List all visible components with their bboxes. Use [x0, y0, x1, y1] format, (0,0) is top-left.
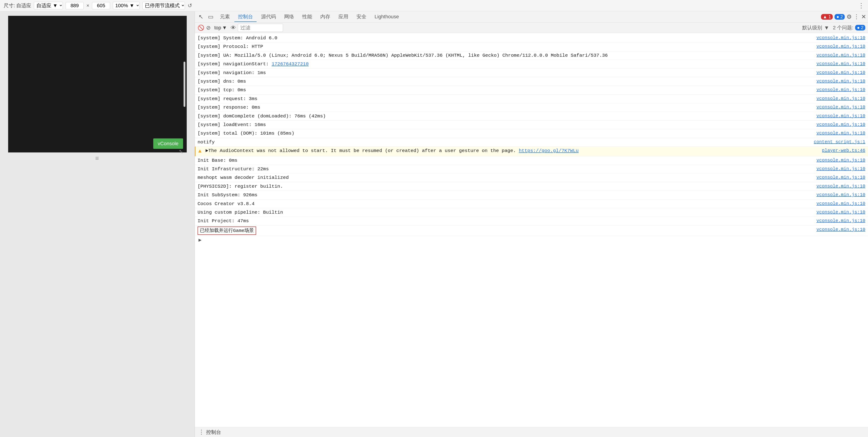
- console-message-text: ►The AudioContext was not allowed to sta…: [206, 147, 820, 154]
- bottom-bar-label: 控制台: [206, 429, 221, 436]
- resize-handle[interactable]: ⤡: [179, 148, 183, 155]
- devtools-bottom-bar: ⋮ 控制台: [195, 427, 868, 437]
- console-message-text: Init Project: 47ms: [197, 218, 815, 224]
- top-dropdown[interactable]: top ▼: [213, 24, 229, 32]
- console-source-link[interactable]: vconsole.min.js:10: [816, 192, 865, 198]
- console-source-link[interactable]: vconsole.min.js:10: [816, 122, 865, 128]
- issue-count-label: 2 个问题:: [833, 24, 853, 31]
- console-row: [system] UA: Mozilla/5.0 (Linux; Android…: [195, 51, 868, 60]
- console-message-text: Init SubSystem: 926ms: [197, 192, 815, 198]
- console-source-link[interactable]: player-web.ts:46: [822, 147, 865, 154]
- console-message-text: [system] response: 0ms: [197, 104, 815, 111]
- console-row-tagged: 已经加载并运行Game场景 vconsole.min.js:10: [195, 226, 868, 236]
- warning-badge: ● 2: [835, 14, 845, 20]
- nav-start-link[interactable]: 1726764327210: [272, 61, 309, 67]
- filter-input[interactable]: [238, 24, 283, 32]
- dimension-separator: ×: [86, 3, 89, 8]
- console-message-text: 已经加载并运行Game场景: [197, 227, 815, 235]
- tab-security[interactable]: 安全: [353, 12, 370, 22]
- console-row: notify content_script.js:1: [195, 138, 868, 146]
- console-message-text: [system] domComplete (domLoaded): 76ms (…: [197, 113, 815, 120]
- console-row: meshopt wasm decoder initialized vconsol…: [195, 173, 868, 182]
- console-source-link[interactable]: vconsole.min.js:10: [816, 201, 865, 207]
- warning-icon: ▲: [198, 147, 205, 155]
- console-source-link[interactable]: vconsole.min.js:10: [816, 78, 865, 85]
- console-source-link[interactable]: vconsole.min.js:10: [816, 174, 865, 181]
- console-row: [system] total (DOM): 101ms (85ms) vcons…: [195, 129, 868, 138]
- height-input[interactable]: 605: [92, 2, 110, 9]
- console-row: [PHYSICS2D]: register builtin. vconsole.…: [195, 182, 868, 191]
- console-source-link[interactable]: content_script.js:1: [814, 139, 865, 145]
- console-source-link[interactable]: vconsole.min.js:10: [816, 209, 865, 215]
- devtools-device-icon[interactable]: ▭: [206, 12, 215, 21]
- devtools-top-bar: ↖ ▭ 元素 控制台 源代码 网络 性能 内存 应用 安全 Lighthouse…: [195, 11, 868, 23]
- viewport-bottom-bar: ≡: [8, 155, 187, 162]
- console-source-link[interactable]: vconsole.min.js:10: [816, 35, 865, 41]
- console-row: [system] Protocol: HTTP vconsole.min.js:…: [195, 42, 868, 51]
- console-source-link[interactable]: vconsole.min.js:10: [816, 166, 865, 172]
- console-message-text: [system] System: Android 6.0: [197, 35, 815, 41]
- console-source-link[interactable]: vconsole.min.js:10: [816, 96, 865, 102]
- zoom-select[interactable]: 100% ▼: [113, 2, 140, 9]
- devtools-pointer-icon[interactable]: ↖: [197, 12, 205, 21]
- console-source-link[interactable]: vconsole.min.js:10: [816, 52, 865, 59]
- vconsole-button[interactable]: vConsole: [153, 138, 183, 149]
- scrollbar[interactable]: [184, 62, 185, 107]
- console-source-link[interactable]: vconsole.min.js:10: [816, 157, 865, 164]
- console-source-link[interactable]: vconsole.min.js:10: [816, 43, 865, 50]
- console-source-link[interactable]: vconsole.min.js:10: [816, 130, 865, 136]
- console-row: Cocos Creator v3.8.4 vconsole.min.js:10: [195, 200, 868, 208]
- viewport-content: [8, 16, 187, 153]
- toolbar-more-icon[interactable]: ⋮: [858, 2, 864, 9]
- tab-memory[interactable]: 内存: [317, 12, 334, 22]
- bottom-dots-icon[interactable]: ⋮: [198, 429, 204, 436]
- console-row: [system] request: 3ms vconsole.min.js:10: [195, 95, 868, 103]
- console-message-text: Init Infrastructure: 22ms: [197, 166, 815, 172]
- console-message-text: [PHYSICS2D]: register builtin.: [197, 183, 815, 190]
- width-input[interactable]: 889: [66, 2, 84, 9]
- main-layout: vConsole ≡ ⤡ ↖ ▭ 元素 控制台 源代码 网络 性能 内存 应用 …: [0, 11, 868, 437]
- console-message-text: [system] navigationStart: 1726764327210: [197, 61, 815, 67]
- console-message-text: Using custom pipeline: Builtin: [197, 209, 815, 216]
- console-row: Using custom pipeline: Builtin vconsole.…: [195, 208, 868, 217]
- tab-elements[interactable]: 元素: [216, 12, 234, 22]
- tab-console[interactable]: 控制台: [235, 12, 256, 22]
- top-toolbar: 尺寸: 自适应 自适应 ▼ 889 × 605 100% ▼ 已停用节流模式 ↺…: [0, 0, 868, 11]
- console-source-link[interactable]: vconsole.min.js:10: [816, 183, 865, 190]
- close-icon[interactable]: ✕: [861, 13, 866, 20]
- devtools-top-right: ▲ 1 ● 2 ⚙ ⋮ ✕: [821, 13, 866, 20]
- console-message-text: [system] tcp: 0ms: [197, 87, 815, 93]
- size-select[interactable]: 自适应 ▼: [34, 2, 63, 9]
- console-row: [system] loadEvent: 16ms vconsole.min.js…: [195, 121, 868, 129]
- default-level-label: 默认级别: [802, 24, 822, 31]
- tab-sources[interactable]: 源代码: [257, 12, 280, 22]
- tab-application[interactable]: 应用: [335, 12, 352, 22]
- console-source-link[interactable]: vconsole.min.js:10: [816, 70, 865, 76]
- settings-icon[interactable]: ⚙: [846, 13, 852, 20]
- console-source-link[interactable]: vconsole.min.js:10: [816, 87, 865, 93]
- tab-lighthouse[interactable]: Lighthouse: [371, 12, 403, 22]
- console-message-text: notify: [197, 139, 812, 145]
- console-message-text: Cocos Creator v3.8.4: [197, 201, 815, 207]
- console-row: [system] navigation: 1ms vconsole.min.js…: [195, 69, 868, 77]
- console-source-link[interactable]: vconsole.min.js:10: [816, 227, 865, 233]
- console-source-link[interactable]: vconsole.min.js:10: [816, 104, 865, 110]
- tab-network[interactable]: 网络: [281, 12, 298, 22]
- console-row: [system] response: 0ms vconsole.min.js:1…: [195, 103, 868, 112]
- refresh-icon[interactable]: ↺: [188, 2, 192, 9]
- default-level-chevron[interactable]: ▼: [824, 25, 829, 31]
- vertical-ellipsis-icon[interactable]: ⋮: [854, 13, 860, 20]
- console-message-text: [system] loadEvent: 16ms: [197, 122, 815, 128]
- console-source-link[interactable]: vconsole.min.js:10: [816, 61, 865, 67]
- audio-context-link[interactable]: https://goo.gl/7K7WLu: [519, 148, 579, 153]
- caret-icon: ►: [197, 237, 203, 243]
- filter-icon[interactable]: ⊘: [206, 25, 211, 31]
- eye-icon[interactable]: 👁: [230, 25, 236, 31]
- console-source-link[interactable]: vconsole.min.js:10: [816, 113, 865, 119]
- browser-frame: vConsole: [8, 16, 187, 153]
- console-source-link[interactable]: vconsole.min.js:10: [816, 218, 865, 224]
- throttle-select[interactable]: 已停用节流模式: [143, 2, 185, 9]
- tagged-message-box: 已经加载并运行Game场景: [197, 227, 256, 235]
- tab-performance[interactable]: 性能: [299, 12, 316, 22]
- clear-console-icon[interactable]: 🚫: [197, 25, 204, 31]
